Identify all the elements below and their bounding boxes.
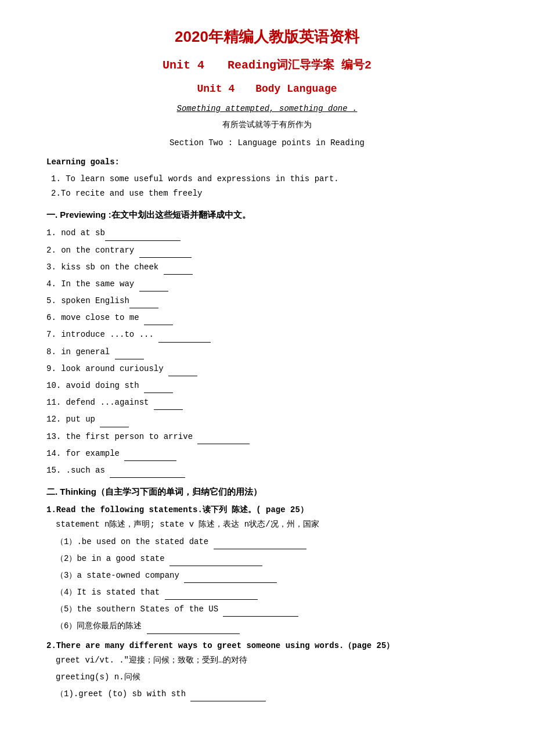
exercise-11: 11. defend ...against: [46, 395, 488, 410]
thinking-item2-title: 2.There are many different ways to greet…: [46, 639, 488, 653]
thinking-item1-title: 1.Read the following statements.读下列 陈述。(…: [46, 503, 488, 517]
thinking-sub1-3: （3）a state-owned company: [56, 568, 488, 583]
section-title: Section Two : Language points in Reading: [46, 136, 488, 150]
thinking-sub1-5: （5）the southern States of the US: [56, 602, 488, 617]
exercise-5: 5. spoken English: [46, 294, 488, 308]
sub-title: Unit 4 Reading词汇导学案 编号2: [46, 55, 488, 76]
exercise-3: 3. kiss sb on the cheek: [46, 260, 488, 275]
learning-goal-2: 2.To recite and use them freely: [51, 186, 488, 201]
unit-title: Unit 4 Body Language: [46, 80, 488, 98]
thinking-item2-body2: greeting(s) n.问候: [56, 670, 488, 685]
exercise-8: 8. in general: [46, 345, 488, 359]
exercise-14: 14. for example: [46, 447, 488, 461]
thinking-sub1-6: （6）同意你最后的陈述: [56, 619, 488, 633]
learning-goal-1: 1. To learn some useful words and expres…: [51, 172, 488, 186]
exercise-7: 7. introduce ...to ...: [46, 327, 488, 342]
thinking-sub1-4: （4）It is stated that: [56, 585, 488, 600]
section2-header: 二. Thinking（自主学习下面的单词，归纳它们的用法）: [46, 484, 488, 499]
thinking-item2-sub-1: （1).greet (to) sb with sth: [56, 687, 488, 701]
main-title: 2020年精编人教版英语资料: [46, 23, 488, 51]
motto-chinese: 有所尝试就等于有所作为: [46, 117, 488, 132]
thinking-item1-body: statement n陈述，声明; state v 陈述，表达 n状态/况，州，…: [56, 517, 488, 532]
section1-header: 一. Previewing :在文中划出这些短语并翻译成中文。: [46, 207, 488, 222]
exercise-12: 12. put up: [46, 412, 488, 427]
exercise-6: 6. move close to me: [46, 311, 488, 325]
motto-italic: Something attempted, something done .: [46, 102, 488, 116]
exercise-1: 1. nod at sb: [46, 226, 488, 240]
exercise-9: 9. look around curiously: [46, 362, 488, 376]
exercise-10: 10. avoid doing sth: [46, 379, 488, 393]
thinking-item2-body: greet vi/vt. ."迎接；问候；致敬；受到…的对待: [56, 653, 488, 668]
exercise-15: 15. .such as: [46, 463, 488, 478]
learning-goals-title: Learning goals:: [46, 155, 488, 170]
exercise-2: 2. on the contrary: [46, 243, 488, 258]
exercise-4: 4. In the same way: [46, 277, 488, 291]
exercise-13: 13. the first person to arrive: [46, 430, 488, 444]
thinking-sub1-1: （1）.be used on the stated date: [56, 535, 488, 549]
thinking-sub1-2: （2）be in a good state: [56, 552, 488, 566]
